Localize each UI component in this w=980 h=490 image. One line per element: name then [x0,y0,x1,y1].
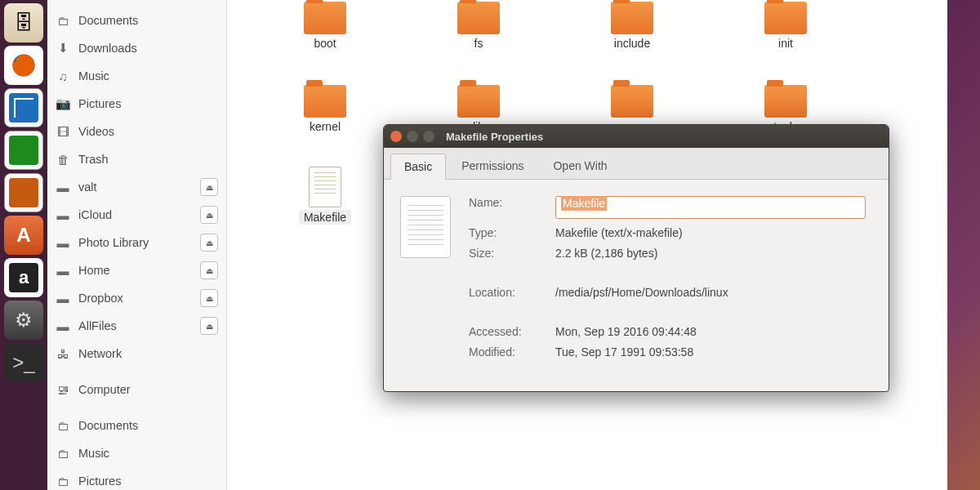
value-type: Makefile (text/x-makefile) [555,226,872,239]
sidebar-label: Home [78,264,110,277]
eject-button[interactable]: ⏏ [200,289,218,307]
music-icon: ♫ [56,69,70,83]
launcher-terminal-icon[interactable]: >_ [4,343,43,382]
dialog-titlebar[interactable]: Makefile Properties [384,125,889,148]
sidebar-item-icloud[interactable]: ▬iCloud⏏ [47,201,226,229]
label-accessed: Accessed: [469,325,544,338]
desktop-wallpaper [947,0,980,490]
folder-fs[interactable]: fs [405,0,552,77]
drive-icon: ▬ [56,180,70,194]
folder-icon [764,85,807,118]
sidebar-item-videos[interactable]: 🎞Videos [47,118,226,145]
sidebar-item-allfiles[interactable]: ▬AllFiles⏏ [47,312,226,340]
file-icon [309,167,341,207]
folder-icon [304,2,346,34]
sidebar-label: iCloud [78,208,112,221]
folder-icon [304,85,346,118]
launcher-software-icon[interactable]: A [4,216,43,255]
sidebar-item-photo-library[interactable]: ▬Photo Library⏏ [47,229,226,256]
eject-button[interactable]: ⏏ [200,261,218,279]
window-minimize-button[interactable] [407,131,418,142]
name-input[interactable]: Makefile [555,196,866,219]
window-maximize-button[interactable] [423,131,434,142]
folder-icon: 🗀 [56,14,70,28]
sidebar-label: Music [78,447,109,460]
label-type: Type: [469,226,544,239]
file-thumbnail-icon [400,196,451,258]
properties-dialog: Makefile Properties Basic Permissions Op… [383,124,889,392]
sidebar-item-dropbox[interactable]: ▬Dropbox⏏ [47,284,226,312]
eject-button[interactable]: ⏏ [200,317,218,335]
drive-icon: ▬ [56,236,70,250]
drive-icon: ▬ [56,319,70,333]
folder-label: init [778,37,793,50]
trash-icon: 🗑 [56,153,70,167]
tab-open-with[interactable]: Open With [539,153,621,179]
folder-init[interactable]: init [712,0,859,77]
sidebar-label: Trash [78,153,109,166]
folder-label: boot [314,37,336,50]
folder-icon: 🗀 [56,474,70,488]
sidebar-item-music[interactable]: ♫Music [47,62,226,90]
sidebar-label: valt [78,180,97,194]
launcher-impress-icon[interactable] [4,173,43,212]
folder-label: fs [474,37,483,50]
file-label: Makefile [299,210,351,225]
tab-basic[interactable]: Basic [390,154,446,180]
sidebar-bookmark-documents[interactable]: 🗀Documents [47,412,226,439]
launcher-firefox-icon[interactable] [4,46,43,85]
value-location: /media/psf/Home/Downloads/linux [555,286,872,299]
value-accessed: Mon, Sep 19 2016 09:44:48 [555,325,872,338]
folder-icon: 🗀 [56,447,70,461]
sidebar-item-downloads[interactable]: ⬇Downloads [47,34,226,62]
launcher-amazon-icon[interactable]: a [4,258,43,297]
computer-icon: 🖳 [56,383,70,397]
folder-icon [457,85,500,118]
sidebar-label: Computer [78,383,131,396]
sidebar-bookmark-pictures[interactable]: 🗀Pictures [47,467,226,490]
sidebar-label: Downloads [78,42,137,55]
folder-icon: 🗀 [56,419,70,433]
eject-button[interactable]: ⏏ [200,206,218,224]
tab-permissions[interactable]: Permissions [448,153,537,179]
unity-launcher: 🗄 A a ⚙ >_ [0,0,47,490]
label-location: Location: [469,286,544,299]
sidebar-label: Pictures [78,97,121,110]
folder-kernel[interactable]: kernel [252,83,399,160]
window-close-button[interactable] [390,131,402,142]
launcher-calc-icon[interactable] [4,131,43,170]
sidebar-label: Pictures [78,474,121,488]
folder-label: kernel [310,120,341,133]
file-makefile[interactable]: Makefile [252,167,399,243]
launcher-files-icon[interactable]: 🗄 [4,3,43,42]
sidebar-bookmark-music[interactable]: 🗀Music [47,439,226,467]
label-modified: Modified: [469,345,544,359]
launcher-writer-icon[interactable] [4,88,43,127]
sidebar-label: Network [78,347,122,360]
name-input-value: Makefile [561,196,607,211]
sidebar-item-home-drive[interactable]: ▬Home⏏ [47,256,226,284]
label-name: Name: [469,196,544,219]
video-icon: 🎞 [56,125,70,139]
folder-icon [611,2,653,34]
sidebar-item-pictures[interactable]: 📷Pictures [47,90,226,118]
sidebar-item-valt[interactable]: ▬valt⏏ [47,173,226,201]
sidebar-item-computer[interactable]: 🖳Computer [47,376,226,403]
folder-icon [457,2,500,34]
download-icon: ⬇ [56,41,70,56]
camera-icon: 📷 [56,96,70,111]
sidebar-item-documents[interactable]: 🗀Documents [47,7,226,34]
sidebar-label: AllFiles [78,319,117,332]
eject-button[interactable]: ⏏ [200,178,218,196]
folder-boot[interactable]: boot [252,0,399,77]
launcher-settings-icon[interactable]: ⚙ [4,301,43,340]
places-sidebar: 🗀Documents ⬇Downloads ♫Music 📷Pictures 🎞… [47,0,227,490]
label-size: Size: [469,247,544,260]
sidebar-label: Photo Library [78,236,149,249]
sidebar-label: Dropbox [78,292,123,305]
eject-button[interactable]: ⏏ [200,234,218,252]
sidebar-item-network[interactable]: 🖧Network [47,340,226,368]
sidebar-item-trash[interactable]: 🗑Trash [47,145,226,173]
sidebar-label: Videos [78,125,114,138]
folder-include[interactable]: include [559,0,706,77]
